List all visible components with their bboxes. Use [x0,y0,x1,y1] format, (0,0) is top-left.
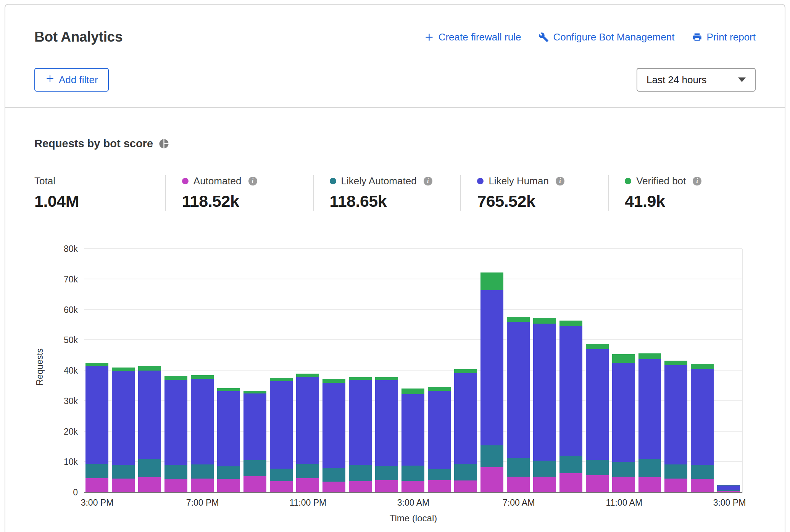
stacked-bar[interactable] [428,249,451,492]
segment-likely-automated [664,464,687,479]
segment-likely-human [717,485,740,490]
segment-automated [191,479,214,492]
print-report-link[interactable]: Print report [692,31,756,43]
stacked-bar[interactable] [164,249,187,492]
bar-slot [400,249,426,492]
bot-analytics-card: Bot Analytics Create firewall rule Confi… [5,4,785,532]
bar-slot [216,249,242,492]
stacked-bar[interactable] [296,249,319,492]
segment-verified-bot [638,353,661,359]
y-tick-label: 50k [64,335,78,345]
x-axis-title: Time (local) [84,513,743,524]
stat-value: 765.52k [477,192,608,211]
stacked-bar[interactable] [717,249,740,492]
info-icon[interactable] [248,177,257,185]
stacked-bar[interactable] [612,249,635,492]
segment-automated [217,479,240,492]
segment-likely-automated [480,445,503,467]
segment-verified-bot [454,369,477,373]
likely-human-legend-dot [477,178,484,184]
segment-verified-bot [191,375,214,379]
action-label: Configure Bot Management [553,31,674,43]
x-tick-label: 3:00 PM [81,498,114,508]
x-tick-label: 7:00 AM [503,498,535,508]
stacked-bar[interactable] [191,249,214,492]
stacked-bar[interactable] [112,249,135,492]
stat-label: Verified bot [636,175,686,187]
segment-likely-automated [401,466,424,481]
stat-verified-bot: Verified bot 41.9k [608,175,756,211]
bot-analytics-page: Bot Analytics Create firewall rule Confi… [0,0,790,532]
info-icon[interactable] [556,177,564,185]
segment-verified-bot [243,391,266,393]
stat-likely-automated: Likely Automated 118.65k [313,175,461,211]
segment-verified-bot [270,378,293,381]
bar-slot [295,249,321,492]
segment-likely-automated [691,465,714,479]
segment-likely-human [270,381,293,469]
segment-likely-human [322,383,345,468]
stacked-bar[interactable] [270,249,293,492]
time-range-select[interactable]: Last 24 hours [637,68,756,92]
stacked-bar[interactable] [85,249,108,492]
bar-slot [452,249,479,492]
action-label: Create firewall rule [439,31,521,43]
plot-area: 010k20k30k40k50k60k70k80k [84,249,743,493]
stacked-bar[interactable] [138,249,161,492]
segment-verified-bot [217,388,240,391]
stacked-bar[interactable] [664,249,687,492]
filter-row: Add filter Last 24 hours [34,68,756,92]
segment-automated [507,477,530,492]
segment-automated [717,491,740,492]
stacked-bar[interactable] [691,249,714,492]
segment-automated [270,481,293,492]
stacked-bar[interactable] [322,249,345,492]
x-tick-label: 3:00 AM [397,498,429,508]
info-icon[interactable] [424,177,432,185]
segment-automated [533,477,556,492]
stacked-bar[interactable] [375,249,398,492]
stacked-bar[interactable] [533,249,556,492]
stacked-bar[interactable] [349,249,372,492]
stat-value: 1.04M [34,192,165,211]
segment-likely-automated [586,460,609,475]
segment-automated [112,479,135,492]
bar-slot [584,249,610,492]
x-tick-label: 7:00 PM [186,498,219,508]
card-header: Bot Analytics Create firewall rule Confi… [5,5,785,108]
create-firewall-rule-link[interactable]: Create firewall rule [424,31,521,43]
stat-likely-human: Likely Human 765.52k [460,175,608,211]
segment-likely-automated [112,465,135,479]
stacked-bar[interactable] [586,249,609,492]
add-filter-button[interactable]: Add filter [34,68,109,92]
bar-slot [531,249,558,492]
stacked-bar[interactable] [243,249,266,492]
stat-total: Total 1.04M [34,175,165,211]
stacked-bar[interactable] [401,249,424,492]
stat-value: 118.52k [182,192,313,211]
bar-slot [110,249,137,492]
bar-slot [268,249,295,492]
segment-likely-human [138,371,161,459]
stacked-bar[interactable] [454,249,477,492]
segment-automated [322,482,345,492]
stacked-bar[interactable] [638,249,661,492]
segment-likely-human [243,393,266,460]
stacked-bar[interactable] [217,249,240,492]
stacked-bar[interactable] [507,249,530,492]
segment-likely-human [217,391,240,466]
segment-likely-automated [191,464,214,479]
stacked-bar[interactable] [480,249,503,492]
segment-automated [480,467,503,492]
section-title: Requests by bot score [34,137,153,150]
stat-label: Likely Automated [341,175,417,187]
y-tick-label: 10k [64,457,78,467]
configure-bot-management-link[interactable]: Configure Bot Management [538,31,674,43]
stacked-bar[interactable] [559,249,582,492]
stat-label: Automated [193,175,242,187]
y-tick-label: 20k [64,426,78,437]
segment-likely-automated [138,459,161,477]
y-tick-label: 70k [64,274,78,284]
segment-likely-automated [243,460,266,476]
info-icon[interactable] [693,177,701,185]
